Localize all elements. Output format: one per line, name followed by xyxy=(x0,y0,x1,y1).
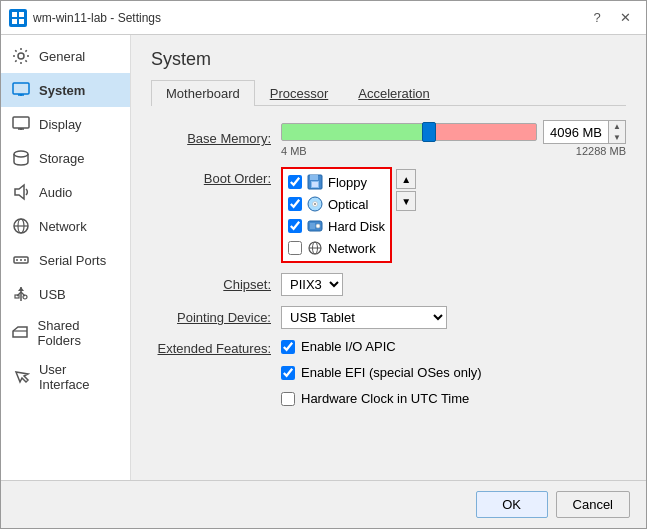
svg-rect-31 xyxy=(310,175,318,180)
boot-arrows: ▲ ▼ xyxy=(396,169,416,211)
boot-order-wrapper: Floppy xyxy=(281,167,416,263)
svg-point-23 xyxy=(24,259,26,261)
sidebar-general-label: General xyxy=(39,49,85,64)
sidebar-item-ui[interactable]: User Interface xyxy=(1,355,130,399)
utc-label: Hardware Clock in UTC Time xyxy=(301,391,469,406)
tab-processor[interactable]: Processor xyxy=(255,80,344,106)
boot-harddisk-checkbox[interactable] xyxy=(288,219,302,233)
tab-acceleration[interactable]: Acceleration xyxy=(343,80,445,106)
memory-slider-track[interactable] xyxy=(281,123,537,141)
sidebar-item-audio[interactable]: Audio xyxy=(1,175,130,209)
sidebar-item-shared[interactable]: Shared Folders xyxy=(1,311,130,355)
footer: OK Cancel xyxy=(1,480,646,528)
app-icon xyxy=(9,9,27,27)
window-title: wm-win11-lab - Settings xyxy=(33,11,584,25)
pointing-select-row: USB Tablet PS/2 Mouse USB Mouse USB Mult… xyxy=(281,306,447,329)
svg-point-21 xyxy=(16,259,18,261)
chipset-row: Chipset: PIIX3 ICH9 xyxy=(151,273,626,296)
cancel-button[interactable]: Cancel xyxy=(556,491,630,518)
settings-window: wm-win11-lab - Settings ? ✕ General xyxy=(0,0,647,529)
motherboard-content: Base Memory: 4096 MB ▲ ▼ xyxy=(151,120,626,466)
chipset-select-row: PIIX3 ICH9 xyxy=(281,273,343,296)
audio-icon xyxy=(11,182,31,202)
system-icon xyxy=(11,80,31,100)
svg-marker-25 xyxy=(18,287,24,291)
extended-label: Extended Features: xyxy=(151,339,281,356)
boot-order-list: Floppy xyxy=(281,167,392,263)
network-icon xyxy=(11,216,31,236)
serial-icon xyxy=(11,250,31,270)
sidebar-item-serial[interactable]: Serial Ports xyxy=(1,243,130,277)
boot-floppy-checkbox[interactable] xyxy=(288,175,302,189)
usb-icon xyxy=(11,284,31,304)
ioapic-label: Enable I/O APIC xyxy=(301,339,396,354)
memory-value-box: 4096 MB ▲ ▼ xyxy=(543,120,626,144)
memory-slider-thumb[interactable] xyxy=(422,122,436,142)
general-icon xyxy=(11,46,31,66)
svg-rect-0 xyxy=(12,12,17,17)
svg-rect-3 xyxy=(19,19,24,24)
sidebar-item-system[interactable]: System xyxy=(1,73,130,107)
tab-motherboard[interactable]: Motherboard xyxy=(151,80,255,106)
sidebar: General System xyxy=(1,35,131,480)
svg-rect-33 xyxy=(312,182,318,187)
pointing-select[interactable]: USB Tablet PS/2 Mouse USB Mouse USB Mult… xyxy=(281,306,447,329)
utc-checkbox[interactable] xyxy=(281,392,295,406)
optical-icon xyxy=(306,195,324,213)
svg-point-12 xyxy=(14,151,28,157)
efi-checkbox[interactable] xyxy=(281,366,295,380)
main-content: General System xyxy=(1,35,646,480)
efi-row: Enable EFI (special OSes only) xyxy=(281,365,482,380)
main-panel: System Motherboard Processor Acceleratio… xyxy=(131,35,646,480)
memory-label: Base Memory: xyxy=(151,131,281,146)
svg-point-22 xyxy=(20,259,22,261)
boot-optical-label: Optical xyxy=(328,197,368,212)
sidebar-item-usb[interactable]: USB xyxy=(1,277,130,311)
harddisk-icon xyxy=(306,217,324,235)
efi-label: Enable EFI (special OSes only) xyxy=(301,365,482,380)
sidebar-serial-label: Serial Ports xyxy=(39,253,106,268)
display-icon xyxy=(11,114,31,134)
chipset-select[interactable]: PIIX3 ICH9 xyxy=(281,273,343,296)
chipset-label: Chipset: xyxy=(151,277,281,292)
sidebar-audio-label: Audio xyxy=(39,185,72,200)
sidebar-ui-label: User Interface xyxy=(39,362,120,392)
boot-down-btn[interactable]: ▼ xyxy=(396,191,416,211)
svg-rect-2 xyxy=(12,19,17,24)
utc-row: Hardware Clock in UTC Time xyxy=(281,391,482,406)
svg-point-4 xyxy=(18,53,24,59)
close-button[interactable]: ✕ xyxy=(612,7,638,29)
ok-button[interactable]: OK xyxy=(476,491,548,518)
boot-up-btn[interactable]: ▲ xyxy=(396,169,416,189)
slider-row: 4096 MB ▲ ▼ xyxy=(281,120,626,144)
help-button[interactable]: ? xyxy=(584,7,610,29)
memory-min-label: 4 MB xyxy=(281,145,307,157)
sidebar-item-storage[interactable]: Storage xyxy=(1,141,130,175)
boot-floppy-label: Floppy xyxy=(328,175,367,190)
ui-icon xyxy=(11,367,31,387)
memory-row: Base Memory: 4096 MB ▲ ▼ xyxy=(151,120,626,157)
sidebar-item-display[interactable]: Display xyxy=(1,107,130,141)
boot-item-optical: Optical xyxy=(286,194,387,214)
svg-rect-6 xyxy=(15,85,27,92)
memory-down-btn[interactable]: ▼ xyxy=(609,132,625,143)
boot-network-checkbox[interactable] xyxy=(288,241,302,255)
network-boot-icon xyxy=(306,239,324,257)
memory-max-label: 12288 MB xyxy=(576,145,626,157)
ioapic-checkbox[interactable] xyxy=(281,340,295,354)
sidebar-item-general[interactable]: General xyxy=(1,39,130,73)
memory-up-btn[interactable]: ▲ xyxy=(609,121,625,132)
sidebar-usb-label: USB xyxy=(39,287,66,302)
memory-spinbox: ▲ ▼ xyxy=(608,121,625,143)
boot-order-row: Boot Order: xyxy=(151,167,626,263)
sidebar-item-network[interactable]: Network xyxy=(1,209,130,243)
storage-icon xyxy=(11,148,31,168)
boot-item-harddisk: Hard Disk xyxy=(286,216,387,236)
memory-value: 4096 MB xyxy=(544,123,608,142)
page-title: System xyxy=(151,49,626,70)
svg-rect-29 xyxy=(15,295,19,298)
boot-optical-checkbox[interactable] xyxy=(288,197,302,211)
shared-icon xyxy=(11,323,30,343)
slider-labels: 4 MB 12288 MB xyxy=(281,145,626,157)
floppy-icon xyxy=(306,173,324,191)
